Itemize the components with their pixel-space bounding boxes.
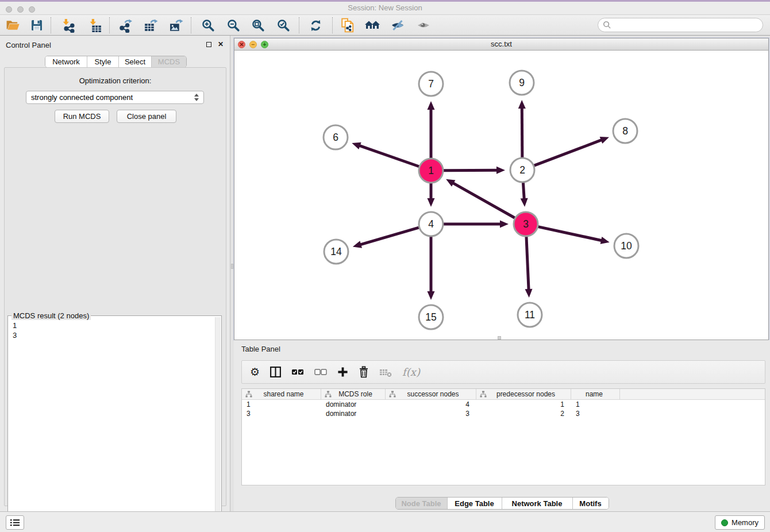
zoom-network-button[interactable]: + [261,41,268,48]
refresh-icon [309,18,323,33]
import-table-button[interactable] [85,16,105,34]
close-window-button[interactable] [6,6,12,13]
duplicate-network-button[interactable] [338,16,357,34]
graph-edge-2-8[interactable] [534,139,604,165]
close-mcds-panel-button[interactable]: Close panel [117,110,176,123]
table-row[interactable]: 3 dominator 3 2 3 [242,409,765,418]
close-panel-button[interactable]: ✕ [217,40,225,48]
export-image-icon [169,18,183,33]
toolbar-separator [51,17,51,33]
task-history-button[interactable] [6,515,24,530]
delete-table-button[interactable] [379,364,392,381]
columns-icon [270,366,282,378]
fx-icon: f(x) [402,366,420,378]
zoom-fit-icon [251,18,265,33]
zoom-fit-button[interactable] [248,16,268,34]
maximize-window-button[interactable] [29,6,35,13]
minimize-window-button[interactable] [17,6,24,13]
float-panel-button[interactable] [205,40,213,48]
table-toolbar: ⚙ [241,360,765,384]
network-canvas[interactable]: 7968124314101511 [234,51,768,340]
hierarchy-icon [325,391,332,398]
search-icon [603,21,611,29]
add-column-button[interactable] [337,364,348,381]
graph-edge-3-11[interactable] [526,237,529,292]
graph-edge-1-6[interactable] [357,145,419,167]
graph-edge-3-10[interactable] [538,227,603,241]
titlebar: Session: New Session [0,2,770,15]
export-network-icon [118,18,133,33]
select-all-rows-button[interactable] [291,364,305,381]
save-icon [30,18,44,32]
run-mcds-button[interactable]: Run MCDS [55,110,109,123]
graph-node-label: 4 [428,218,434,230]
tab-select[interactable]: Select [119,56,152,67]
destroy-network-button[interactable] [363,16,382,34]
export-network-button[interactable] [116,16,135,34]
show-panels-button[interactable] [414,16,433,34]
graph-edge-1-2[interactable] [444,170,499,171]
export-image-button[interactable] [166,16,186,34]
table-row[interactable]: 1 dominator 4 1 1 [242,400,765,409]
tab-mcds[interactable]: MCDS [152,56,186,67]
column-header-predecessor-nodes[interactable]: predecessor nodes [476,389,571,399]
tab-network-table[interactable]: Network Table [502,498,573,509]
column-header-shared-name[interactable]: shared name [242,389,321,399]
zoom-out-button[interactable] [224,16,243,34]
column-header-successor-nodes[interactable]: successor nodes [386,389,476,399]
save-session-button[interactable] [27,16,47,34]
graph-edge-3-1[interactable] [451,182,515,218]
search-input[interactable] [611,20,763,31]
canvas-resize-handle[interactable] [498,336,501,340]
graph-edge-2-9[interactable] [522,106,522,157]
graph-edge-arrowhead [525,289,533,298]
graph-edge-4-14[interactable] [358,228,418,245]
tab-style[interactable]: Style [87,56,119,67]
column-header-name[interactable]: name [571,389,620,399]
deselect-all-rows-button[interactable] [314,364,328,381]
optimization-select[interactable]: strongly connected component [26,91,204,104]
minimize-network-button[interactable]: − [249,41,257,48]
hide-panels-button[interactable] [388,16,407,34]
mcds-result-list[interactable]: 1 3 [8,317,221,344]
mcds-result-item: 3 [13,330,217,340]
open-session-button[interactable] [3,16,22,34]
cell-successor-nodes: 3 [386,409,476,418]
tab-node-table[interactable]: Node Table [396,498,448,509]
graph-edge-arrowhead [600,137,609,144]
function-builder-button[interactable]: f(x) [402,364,420,381]
zoom-in-button[interactable] [198,16,218,34]
select-all-icon [291,368,305,376]
network-view-window: ✕ − + scc.txt 7968124314101511 [234,38,769,340]
refresh-view-button[interactable] [306,16,325,34]
graph-edge-arrowhead [352,142,361,149]
splitter-handle[interactable] [231,264,233,269]
gear-icon: ⚙ [250,365,260,379]
plus-icon [337,367,348,377]
export-table-button[interactable] [141,16,160,34]
import-network-button[interactable] [58,16,78,34]
graph-node-label: 1 [428,165,434,176]
delete-column-button[interactable] [358,364,369,381]
column-header-mcds-role[interactable]: MCDS role [321,389,386,399]
zoom-selected-button[interactable] [274,16,293,34]
delete-table-icon [379,367,392,377]
mcds-result-box: MCDS result (2 nodes) 1 3 [7,315,222,532]
tab-network[interactable]: Network [45,56,87,67]
result-scrollbar[interactable] [215,317,221,531]
network-window-titlebar[interactable]: ✕ − + scc.txt [234,38,768,51]
homes-icon [364,18,380,32]
close-network-button[interactable]: ✕ [238,41,245,48]
column-layout-button[interactable] [270,364,282,381]
graph-edge-arrowhead [521,198,528,207]
table-tabs: Node Table Edge Table Network Table Moti… [395,497,609,510]
graph-node-label: 6 [333,132,338,143]
tab-motifs[interactable]: Motifs [573,498,609,509]
status-bar: Memory [0,511,770,532]
zoom-out-icon [226,18,241,33]
network-graph: 7968124314101511 [234,51,768,340]
memory-button[interactable]: Memory [715,515,765,530]
tab-edge-table[interactable]: Edge Table [448,498,502,509]
cell-name: 3 [571,409,620,418]
table-settings-button[interactable]: ⚙ [250,364,260,381]
